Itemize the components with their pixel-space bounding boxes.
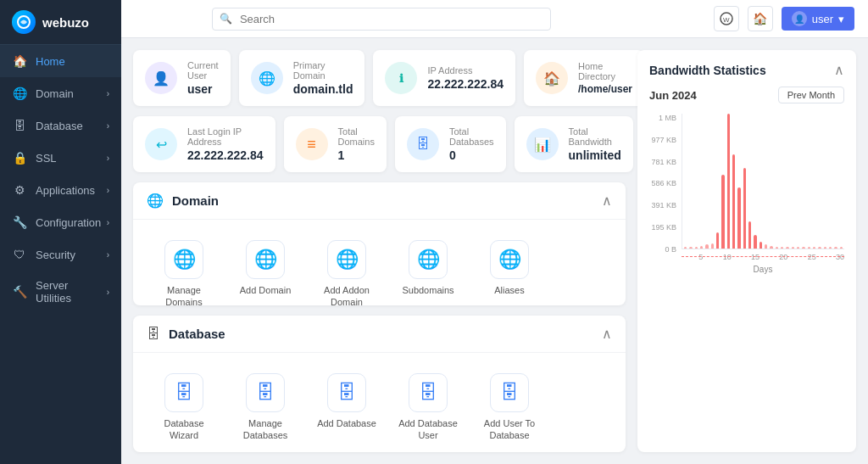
chart-bar: [770, 246, 772, 249]
domain-icon-grid: 🌐 Manage Domains 🌐 Add Domain 🌐 Add Addo…: [147, 233, 612, 305]
sidebar-arrow-ssl: ›: [107, 154, 109, 163]
chart-bar: [813, 247, 815, 249]
sidebar-item-domain[interactable]: 🌐 Domain ›: [0, 77, 121, 109]
chart-bars-row: [682, 114, 844, 249]
bandwidth-month: Jun 2024: [649, 89, 697, 102]
sidebar-item-label-applications: Applications: [36, 184, 107, 197]
sidebar-item-label-ssl: SSL: [36, 152, 107, 165]
manage-databases-icon: 🗄: [246, 373, 285, 412]
chart-bar-wrap: [754, 114, 756, 249]
sidebar-item-security[interactable]: 🛡 Security ›: [0, 238, 121, 271]
sidebar-item-ssl[interactable]: 🔒 SSL ›: [0, 142, 121, 174]
sidebar-item-configuration[interactable]: 🔧 Configuration ›: [0, 206, 121, 238]
chart-bar-wrap: [716, 114, 719, 249]
manage-databases-item[interactable]: 🗄 Manage Databases: [228, 366, 303, 449]
chart-bar: [695, 247, 698, 249]
last-login-value: 22.222.222.84: [187, 148, 264, 162]
chart-bar-wrap: [760, 114, 762, 249]
chart-bar-wrap: [797, 114, 799, 249]
add-domain-item[interactable]: 🌐 Add Domain: [228, 233, 303, 305]
chart-bar-wrap: [786, 114, 788, 249]
manage-databases-label: Manage Databases: [233, 417, 298, 442]
stat-card-total-bandwidth: 📊 Total Bandwidth unlimited: [515, 116, 633, 172]
sidebar-arrow-domain: ›: [107, 89, 109, 98]
chart-bar: [754, 235, 756, 249]
search-input[interactable]: [212, 8, 551, 31]
x-spacer: [682, 253, 696, 261]
home-directory-icon: 🏠: [536, 62, 568, 94]
x-spacer5: [790, 253, 804, 261]
sidebar-item-home[interactable]: 🏠 Home: [0, 45, 121, 77]
prev-month-button[interactable]: Prev Month: [778, 87, 844, 103]
sidebar-arrow-applications: ›: [107, 186, 109, 195]
sidebar-arrow-server-utilities: ›: [107, 288, 109, 297]
stats-grid-row2: ↩ Last Login IP Address 22.222.222.84 ≡ …: [133, 116, 626, 172]
sidebar-item-label-database: Database: [36, 120, 107, 132]
chart-bar: [732, 154, 735, 249]
stat-card-home-directory: 🏠 Home Directory /home/user: [524, 50, 644, 106]
domain-section-body: 🌐 Manage Domains 🌐 Add Domain 🌐 Add Addo…: [133, 220, 626, 305]
home-directory-label: Home Directory: [578, 61, 632, 81]
domain-section-toggle[interactable]: ∧: [602, 193, 612, 209]
sidebar-item-database[interactable]: 🗄 Database ›: [0, 109, 121, 142]
last-login-icon: ↩: [145, 128, 177, 160]
chart-bar-wrap: [802, 114, 804, 249]
chart-bar: [760, 242, 762, 249]
apps-nav-icon: ⚙: [12, 182, 27, 198]
home-nav-icon: 🏠: [12, 53, 27, 69]
chart-bar: [792, 247, 794, 249]
database-wizard-item[interactable]: 🗄 Database Wizard: [147, 366, 221, 449]
sidebar-item-label-domain: Domain: [36, 87, 107, 100]
sidebar-arrow-configuration: ›: [107, 218, 109, 227]
user-menu-button[interactable]: 👤 user ▾: [782, 7, 854, 31]
add-addon-domain-item[interactable]: 🌐 Add Addon Domain: [309, 233, 384, 305]
y-label-1mb: 1 MB: [649, 114, 676, 122]
sidebar-logo: webuzo: [0, 0, 121, 45]
database-section-header[interactable]: 🗄 Database ∧: [133, 316, 626, 353]
stat-card-ip-address: ℹ IP Address 22.222.222.84: [373, 50, 515, 106]
aliases-item[interactable]: 🌐 Aliases: [472, 233, 547, 305]
sidebar-item-server-utilities[interactable]: 🔨 Server Utilities ›: [0, 271, 121, 313]
user-dropdown-icon: ▾: [838, 13, 844, 25]
header-icons: W 🏠 👤 user ▾: [714, 6, 854, 31]
chart-bar: [700, 246, 703, 249]
database-section-toggle[interactable]: ∧: [602, 326, 612, 342]
server-utils-nav-icon: 🔨: [12, 284, 27, 299]
wordpress-icon-button[interactable]: W: [714, 6, 739, 31]
bandwidth-panel: Bandwidth Statistics ∧ Jun 2024 Prev Mon…: [637, 50, 856, 452]
chart-bar-wrap: [727, 114, 730, 249]
x-label-30: 30: [836, 253, 844, 261]
add-domain-label: Add Domain: [240, 284, 292, 296]
chart-x-labels: 5 10 15 20 25 30: [682, 253, 844, 261]
x-label-15: 15: [751, 253, 760, 261]
chart-bar-wrap: [721, 114, 724, 249]
bandwidth-toggle[interactable]: ∧: [834, 62, 844, 78]
chart-bar: [705, 244, 708, 249]
add-user-to-database-item[interactable]: 🗄 Add User To Database: [472, 366, 547, 449]
chart-bar-wrap: [813, 114, 815, 249]
add-database-user-label: Add Database User: [396, 417, 460, 442]
home-icon-button[interactable]: 🏠: [748, 6, 773, 31]
content: 👤 Current User user 🌐 Primary Domain dom…: [121, 38, 868, 464]
domain-section-title: Domain: [172, 193, 602, 208]
chart-inner: 5 10 15 20 25 30 Days: [682, 114, 844, 274]
manage-domains-item[interactable]: 🌐 Manage Domains: [147, 233, 221, 305]
y-label-195: 195 KB: [649, 223, 676, 232]
total-domains-label: Total Domains: [338, 126, 375, 147]
chart-bar: [824, 247, 826, 249]
chart-bar-wrap: [705, 114, 708, 249]
user-label: user: [812, 13, 833, 25]
chart-bar: [781, 247, 783, 249]
add-database-item[interactable]: 🗄 Add Database: [309, 366, 384, 449]
domain-section-header[interactable]: 🌐 Domain ∧: [133, 182, 626, 220]
subdomains-item[interactable]: 🌐 Subdomains: [391, 233, 465, 305]
sidebar-arrow-database: ›: [107, 121, 109, 131]
chart-bar: [711, 243, 714, 249]
x-label-20: 20: [779, 253, 787, 261]
sidebar-item-applications[interactable]: ⚙ Applications ›: [0, 174, 121, 206]
chart-bar: [748, 221, 751, 249]
chart-bar: [765, 244, 767, 249]
home-directory-value: /home/user: [578, 83, 632, 95]
chart-bar: [818, 247, 821, 249]
add-database-user-item[interactable]: 🗄 Add Database User: [391, 366, 465, 449]
